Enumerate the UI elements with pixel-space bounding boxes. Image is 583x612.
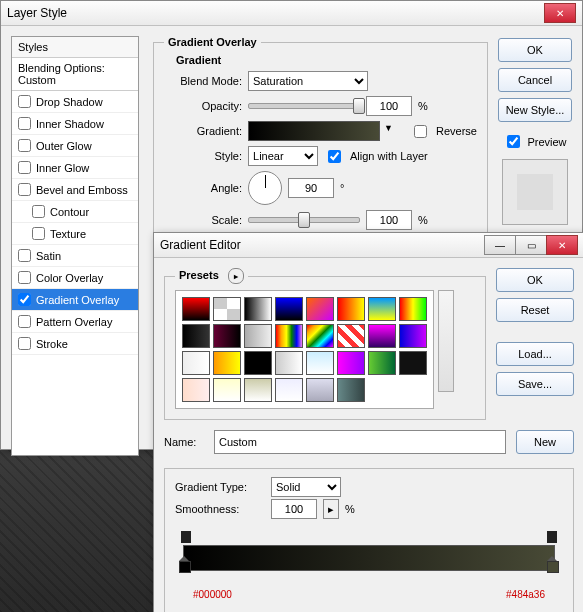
blend-mode-select[interactable]: Saturation	[248, 71, 368, 91]
style-item-outer-glow[interactable]: Outer Glow	[12, 135, 138, 157]
gradient-bar[interactable]: #000000 #484a36	[175, 531, 563, 591]
preset-swatch[interactable]	[337, 351, 365, 375]
gradient-editor-maximize-button[interactable]: ▭	[515, 235, 547, 255]
style-checkbox[interactable]	[18, 315, 31, 328]
presets-scrollbar[interactable]	[438, 290, 454, 392]
preset-swatch[interactable]	[368, 297, 396, 321]
style-checkbox[interactable]	[18, 117, 31, 130]
preset-swatch[interactable]	[182, 297, 210, 321]
style-item-texture[interactable]: Texture	[12, 223, 138, 245]
style-item-stroke[interactable]: Stroke	[12, 333, 138, 355]
ge-save-button[interactable]: Save...	[496, 372, 574, 396]
reverse-checkbox[interactable]	[414, 125, 427, 138]
layer-style-titlebar[interactable]: Layer Style ✕	[1, 1, 582, 26]
color-stop-left[interactable]	[179, 571, 191, 585]
preset-swatch[interactable]	[306, 297, 334, 321]
preset-swatch[interactable]	[337, 324, 365, 348]
preset-swatch[interactable]	[213, 324, 241, 348]
blending-options[interactable]: Blending Options: Custom	[12, 58, 138, 91]
cancel-button[interactable]: Cancel	[498, 68, 572, 92]
style-checkbox[interactable]	[32, 227, 45, 240]
preset-swatch[interactable]	[213, 351, 241, 375]
angle-input[interactable]	[288, 178, 334, 198]
style-checkbox[interactable]	[32, 205, 45, 218]
ge-ok-button[interactable]: OK	[496, 268, 574, 292]
smoothness-input[interactable]	[271, 499, 317, 519]
style-item-pattern-overlay[interactable]: Pattern Overlay	[12, 311, 138, 333]
smoothness-flyout[interactable]: ▸	[323, 499, 339, 519]
preset-swatch[interactable]	[275, 297, 303, 321]
preset-swatch[interactable]	[244, 297, 272, 321]
color-stop-right[interactable]	[547, 571, 559, 585]
gradient-editor-titlebar[interactable]: Gradient Editor — ▭ ✕	[154, 233, 583, 258]
style-checkbox[interactable]	[18, 183, 31, 196]
opacity-input[interactable]	[366, 96, 412, 116]
ge-new-button[interactable]: New	[516, 430, 574, 454]
style-item-gradient-overlay[interactable]: Gradient Overlay	[12, 289, 138, 311]
preset-swatch[interactable]	[306, 378, 334, 402]
preset-swatch[interactable]	[368, 351, 396, 375]
style-item-inner-shadow[interactable]: Inner Shadow	[12, 113, 138, 135]
opacity-slider[interactable]	[248, 103, 360, 109]
style-item-label: Contour	[50, 206, 89, 218]
gradient-preview[interactable]	[248, 121, 380, 141]
style-checkbox[interactable]	[18, 95, 31, 108]
scale-input[interactable]	[366, 210, 412, 230]
style-checkbox[interactable]	[18, 293, 31, 306]
scale-thumb[interactable]	[298, 212, 310, 228]
style-checkbox[interactable]	[18, 337, 31, 350]
preset-swatch[interactable]	[275, 324, 303, 348]
preset-swatch[interactable]	[337, 378, 365, 402]
preset-swatch[interactable]	[213, 378, 241, 402]
preset-swatch[interactable]	[306, 351, 334, 375]
preset-swatch[interactable]	[306, 324, 334, 348]
angle-dial[interactable]	[248, 171, 282, 205]
opacity-thumb[interactable]	[353, 98, 365, 114]
preset-swatch[interactable]	[399, 351, 427, 375]
opacity-stop-right[interactable]	[547, 531, 557, 543]
opacity-label: Opacity:	[172, 100, 242, 112]
new-style-button[interactable]: New Style...	[498, 98, 572, 122]
preset-swatch[interactable]	[399, 297, 427, 321]
ge-load-button[interactable]: Load...	[496, 342, 574, 366]
preset-swatch[interactable]	[213, 297, 241, 321]
style-item-drop-shadow[interactable]: Drop Shadow	[12, 91, 138, 113]
styles-header[interactable]: Styles	[12, 37, 138, 58]
preset-swatch[interactable]	[399, 324, 427, 348]
preset-swatch[interactable]	[182, 351, 210, 375]
gradient-editor-close-button[interactable]: ✕	[546, 235, 578, 255]
gradient-editor-minimize-button[interactable]: —	[484, 235, 516, 255]
preset-swatch[interactable]	[275, 378, 303, 402]
style-item-color-overlay[interactable]: Color Overlay	[12, 267, 138, 289]
scale-slider[interactable]	[248, 217, 360, 223]
preview-box	[502, 159, 568, 225]
ok-button[interactable]: OK	[498, 38, 572, 62]
style-item-contour[interactable]: Contour	[12, 201, 138, 223]
ge-reset-button[interactable]: Reset	[496, 298, 574, 322]
preset-swatch[interactable]	[244, 351, 272, 375]
layer-style-close-button[interactable]: ✕	[544, 3, 576, 23]
style-select[interactable]: Linear	[248, 146, 318, 166]
preset-swatch[interactable]	[337, 297, 365, 321]
preset-swatch[interactable]	[275, 351, 303, 375]
gradient-type-select[interactable]: Solid	[271, 477, 341, 497]
style-checkbox[interactable]	[18, 139, 31, 152]
preset-swatch[interactable]	[244, 324, 272, 348]
gradient-name-input[interactable]	[214, 430, 506, 454]
layer-style-title: Layer Style	[7, 6, 67, 20]
opacity-stop-left[interactable]	[181, 531, 191, 543]
style-checkbox[interactable]	[18, 249, 31, 262]
style-checkbox[interactable]	[18, 161, 31, 174]
preset-swatch[interactable]	[244, 378, 272, 402]
style-item-satin[interactable]: Satin	[12, 245, 138, 267]
preset-swatch[interactable]	[182, 378, 210, 402]
style-item-inner-glow[interactable]: Inner Glow	[12, 157, 138, 179]
preset-swatch[interactable]	[368, 324, 396, 348]
style-checkbox[interactable]	[18, 271, 31, 284]
align-with-layer-checkbox[interactable]	[328, 150, 341, 163]
preset-swatch[interactable]	[182, 324, 210, 348]
styles-list: Styles Blending Options: Custom Drop Sha…	[11, 36, 139, 456]
style-item-bevel-and-emboss[interactable]: Bevel and Emboss	[12, 179, 138, 201]
presets-menu-button[interactable]: ▸	[228, 268, 244, 284]
preview-checkbox[interactable]	[507, 135, 520, 148]
